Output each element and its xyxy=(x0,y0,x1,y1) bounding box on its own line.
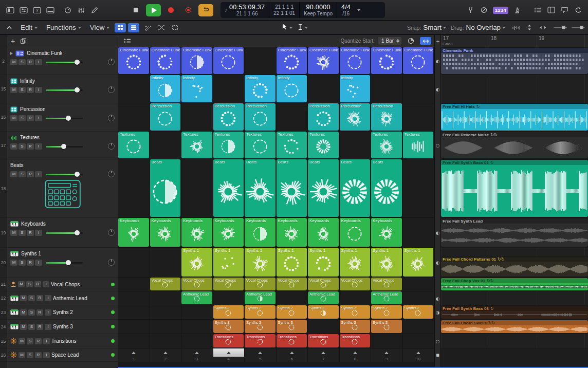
arrange-lane-textures[interactable]: Free Fall Reverse Noise↻↻ xyxy=(441,132,588,159)
add-track-button[interactable]: + xyxy=(11,38,15,45)
grid-cell-slot[interactable]: Keyboards xyxy=(340,218,372,248)
m-button[interactable]: M xyxy=(20,324,27,330)
cell-mode-icon[interactable]: ◐ xyxy=(436,87,439,92)
loop-cell-anthemic-lead-3[interactable]: Anthemic Lead xyxy=(181,291,212,304)
loop-cell-keyboards-4[interactable]: Keyboards xyxy=(213,218,244,247)
grid-cell-slot[interactable]: Vocal Chops xyxy=(150,278,182,291)
region-free-fall-synth-bass-01[interactable]: Free Fall Synth Bass 01↻ xyxy=(441,160,588,217)
loop-cell-synths-1-8[interactable]: Synths 1 xyxy=(340,248,371,277)
scene-mode-icon[interactable]: ■ xyxy=(436,353,439,357)
s-button[interactable]: S xyxy=(19,230,26,236)
grid-cell-slot[interactable] xyxy=(118,103,150,132)
grid-cell-slot[interactable]: Cinematic Funk xyxy=(308,47,340,75)
grid-cell-slot[interactable]: Keyboards xyxy=(245,218,277,248)
volume-slider[interactable] xyxy=(46,116,83,121)
hzoom-icon[interactable] xyxy=(537,22,549,33)
grid-cell-slot[interactable]: Synths 2 xyxy=(213,305,245,320)
s-button[interactable]: S xyxy=(19,87,26,93)
grid-cell-slot[interactable]: Textures xyxy=(245,132,277,159)
grid-cell-slot[interactable] xyxy=(371,75,403,103)
volume-slider[interactable] xyxy=(46,144,83,149)
loop-cell-textures-6[interactable]: Textures xyxy=(277,132,307,158)
loop-cell-cinematic-funk-6[interactable]: Cinematic Funk xyxy=(277,47,307,74)
loop-cell-beats-6[interactable]: Beats xyxy=(277,159,307,217)
grid-cell-slot[interactable]: Infinity xyxy=(181,75,213,103)
grid-cell-slot[interactable]: Percussion xyxy=(245,103,277,132)
grid-cell-slot[interactable]: Keyboards xyxy=(371,218,403,248)
grid-cell-slot[interactable] xyxy=(150,334,182,348)
i-button[interactable]: I xyxy=(35,59,42,65)
grid-cell-slot[interactable] xyxy=(403,278,435,291)
grid-cell-slot[interactable]: Beats xyxy=(245,159,277,218)
marquee-icon[interactable] xyxy=(169,22,181,33)
loop-cell-cinematic-funk-7[interactable]: Cinematic Funk xyxy=(308,47,339,74)
grid-cell-slot[interactable]: Infinity xyxy=(340,75,372,103)
grid-cell-slot[interactable] xyxy=(403,103,435,132)
grid-cell-slot[interactable]: Transitions xyxy=(245,334,277,348)
grid-cell-slot[interactable]: Beats xyxy=(371,159,403,218)
loop-cell-keyboards-6[interactable]: Keyboards xyxy=(277,218,307,247)
loop-cell-vocal-chops-8[interactable]: Vocal Chops xyxy=(340,278,371,290)
loop-cell-synths-1-5[interactable]: Synths 1 xyxy=(245,248,275,277)
m-button[interactable]: M xyxy=(10,115,17,121)
grid-cell-slot[interactable] xyxy=(403,320,435,334)
list-icon[interactable] xyxy=(531,5,544,16)
grid-cell-slot[interactable]: Vocal Chops xyxy=(181,278,213,291)
crossfade-icon[interactable] xyxy=(155,22,168,33)
s-button[interactable]: S xyxy=(19,143,26,150)
i-button[interactable]: I xyxy=(35,87,42,93)
tuner-icon[interactable] xyxy=(465,5,477,16)
grid-cell-slot[interactable]: Transitions xyxy=(308,334,340,348)
grid-cell-slot[interactable]: Synths 1 xyxy=(308,248,340,278)
grid-cell-slot[interactable]: Cinematic Funk xyxy=(118,47,150,75)
grid-cell-slot[interactable]: Beats xyxy=(277,159,308,218)
pan-knob[interactable] xyxy=(108,115,115,121)
grid-cell-slot[interactable]: Anthemic Lead xyxy=(245,291,277,305)
grid-cell-slot[interactable]: Transitions xyxy=(213,334,245,348)
loop-cell-infinity-8[interactable]: Infinity xyxy=(340,75,371,102)
grid-cell-slot[interactable] xyxy=(403,334,435,348)
grid-cell-slot[interactable]: Keyboards xyxy=(308,218,340,248)
draw-icon[interactable] xyxy=(142,22,154,33)
region-free-fall-reverse-noise[interactable]: Free Fall Reverse Noise↻↻ xyxy=(441,132,588,158)
grid-cell-slot[interactable] xyxy=(118,291,150,305)
loop-cell-synths-2-6[interactable]: Synths 2 xyxy=(277,305,307,319)
cell-mode-icon[interactable]: ◑ xyxy=(436,310,439,315)
pan-knob[interactable] xyxy=(108,59,115,65)
loop-cell-synths-2-10[interactable]: Synths 2 xyxy=(403,305,434,319)
grid-cell-slot[interactable]: Percussion xyxy=(150,103,182,132)
r-button[interactable]: R xyxy=(36,324,43,330)
pan-knob[interactable] xyxy=(108,259,115,266)
loop-cell-textures-10[interactable]: Textures xyxy=(403,132,434,158)
loop-cell-cinematic-funk-3[interactable]: Cinematic Funk xyxy=(181,47,212,74)
scene-trigger-4[interactable] xyxy=(213,348,245,357)
loop-cell-cinematic-funk-8[interactable]: Cinematic Funk xyxy=(340,47,371,74)
grid-cell-slot[interactable]: Keyboards xyxy=(118,218,150,248)
grid-cell-slot[interactable] xyxy=(181,159,213,218)
loop-cell-cinematic-funk-10[interactable]: Cinematic Funk xyxy=(403,47,434,74)
grid-cell-slot[interactable] xyxy=(181,305,213,320)
count-in-badge[interactable]: 1234 xyxy=(493,7,508,14)
loop-cell-keyboards-1[interactable]: Keyboards xyxy=(118,218,149,247)
grid-cell-slot[interactable]: Synths 2 xyxy=(340,305,372,320)
s-button[interactable]: S xyxy=(19,115,26,121)
quantize-start-select[interactable]: 1 Bar xyxy=(378,37,401,45)
loop-cell-synths-1-6[interactable]: Synths 1 xyxy=(277,248,307,277)
grid-view-icon[interactable] xyxy=(115,23,126,32)
grid-cell-slot[interactable]: Synths 3 xyxy=(340,320,372,334)
grid-cell-slot[interactable]: Beats xyxy=(150,159,182,218)
grid-cell-slot[interactable]: Vocal Chops xyxy=(245,278,277,291)
loop-cell-synths-3-4[interactable]: Synths 3 xyxy=(213,320,244,333)
grid-cell-slot[interactable]: Synths 2 xyxy=(403,305,435,320)
loop-cell-beats-8[interactable]: Beats xyxy=(340,159,371,217)
arrange-lane-beats[interactable]: Free Fall Synth Bass 01↻ xyxy=(441,159,588,218)
lcd-signature-section[interactable]: 4/4 /16 xyxy=(337,2,355,18)
loop-cell-synths-2-5[interactable]: Synths 2 xyxy=(245,305,275,319)
solo-mode-icon[interactable] xyxy=(478,5,490,16)
grid-cell-slot[interactable]: Percussion xyxy=(340,103,372,132)
grid-cell-slot[interactable]: Synths 3 xyxy=(245,320,277,334)
track-header-textures[interactable]: TexturesMSRI xyxy=(7,132,118,159)
grid-cell-slot[interactable]: Synths 1 xyxy=(277,248,308,278)
region-free-fall-chord-patterns-01[interactable]: Free Fall Chord Patterns 01↻↻ xyxy=(441,256,588,277)
grid-cell-slot[interactable]: Cinematic Funk xyxy=(277,47,308,75)
